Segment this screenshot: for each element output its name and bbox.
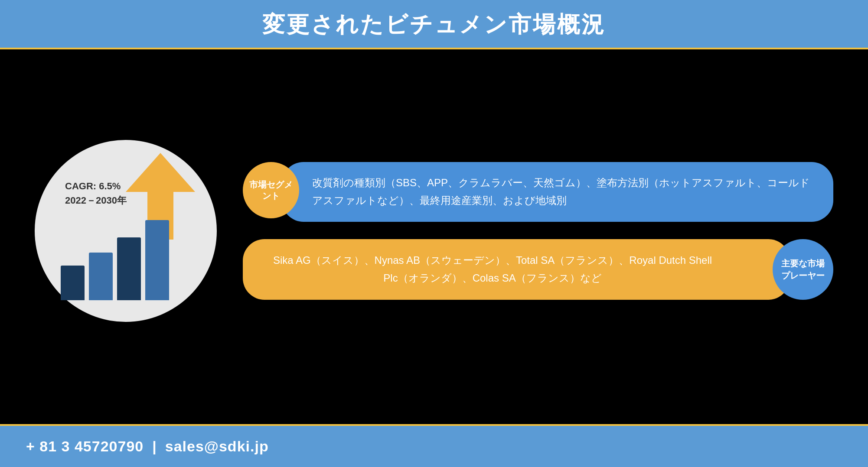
segment-circle: 市場セグメント <box>243 162 299 218</box>
bar-chart <box>61 220 169 300</box>
player-description: Sika AG（スイス）、Nynas AB（スウェーデン）、Total SA（フ… <box>264 252 721 287</box>
footer-phone: + 81 3 45720790 <box>26 438 144 455</box>
segment-box: 改質剤の種類別（SBS、APP、クラムラバー、天然ゴム）、塗布方法別（ホットアス… <box>282 162 833 222</box>
right-content: 市場セグメント 改質剤の種類別（SBS、APP、クラムラバー、天然ゴム）、塗布方… <box>243 162 833 300</box>
segment-row: 市場セグメント 改質剤の種類別（SBS、APP、クラムラバー、天然ゴム）、塗布方… <box>243 162 833 222</box>
bar-1 <box>61 266 85 300</box>
chart-circle: CAGR: 6.5% 2022－2030年 <box>35 140 217 322</box>
segment-description: 改質剤の種類別（SBS、APP、クラムラバー、天然ゴム）、塗布方法別（ホットアス… <box>312 174 816 210</box>
player-box: Sika AG（スイス）、Nynas AB（スウェーデン）、Total SA（フ… <box>243 239 790 300</box>
footer-divider: | <box>152 438 157 455</box>
footer-email: sales@sdki.jp <box>165 438 269 455</box>
player-circle-label: 主要な市場プレーヤー <box>781 257 825 282</box>
bar-3 <box>117 237 141 300</box>
player-row: Sika AG（スイス）、Nynas AB（スウェーデン）、Total SA（フ… <box>243 239 833 300</box>
header: 変更されたビチュメン市場概況 <box>0 0 868 49</box>
player-circle: 主要な市場プレーヤー <box>773 239 833 300</box>
cagr-label: CAGR: 6.5% 2022－2030年 <box>65 179 127 208</box>
page-title: 変更されたビチュメン市場概況 <box>0 10 868 40</box>
segment-circle-label: 市場セグメント <box>249 179 293 201</box>
main-content: CAGR: 6.5% 2022－2030年 市場セグメント 改質剤の種類別（SB… <box>0 49 868 404</box>
footer: + 81 3 45720790 | sales@sdki.jp <box>0 424 868 467</box>
bar-2 <box>89 253 113 300</box>
bar-4 <box>145 220 169 300</box>
